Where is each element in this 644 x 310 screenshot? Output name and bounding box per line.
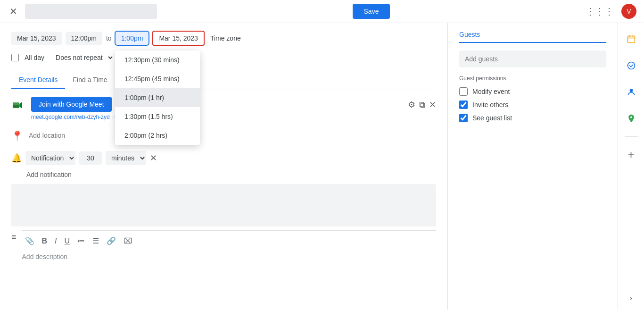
body-area: Mar 15, 2023 12:00pm to 1:00pm Mar 15, 2…	[0, 23, 644, 310]
close-button[interactable]: ✕	[8, 5, 19, 18]
start-date-chip[interactable]: Mar 15, 2023	[11, 32, 62, 45]
sidebar-calendar-icon[interactable]	[623, 31, 640, 48]
invite-others-checkbox[interactable]	[459, 101, 468, 109]
dropdown-scroll: 12:30pm (30 mins) 12:45pm (45 mins) 1:00…	[115, 50, 200, 145]
description-container: ≡ 📎 B I U ≔ ☰ 🔗 ⌧ Add description	[11, 230, 436, 262]
sidebar-add-icon[interactable]: +	[623, 146, 640, 163]
save-button[interactable]: Save	[353, 4, 390, 19]
allday-checkbox[interactable]	[11, 54, 19, 61]
start-time-chip[interactable]: 12:00pm	[66, 32, 102, 45]
bell-icon: 🔔	[11, 153, 22, 163]
see-guest-list-label: See guest list	[472, 114, 512, 122]
options-row: All day Does not repeat	[11, 51, 436, 64]
expand-button[interactable]: ›	[630, 294, 632, 302]
google-apps-icon[interactable]: ⋮⋮⋮	[586, 6, 614, 17]
link-icon[interactable]: 🔗	[104, 235, 119, 247]
attach-icon[interactable]: 📎	[22, 235, 37, 247]
end-time-chip[interactable]: 1:00pm	[116, 32, 149, 45]
invite-others-label: Invite others	[472, 101, 508, 109]
location-input[interactable]	[29, 128, 436, 143]
dropdown-item-2[interactable]: 1:00pm (1 hr)	[115, 88, 200, 107]
unordered-list-icon[interactable]: ☰	[90, 235, 102, 247]
repeat-select[interactable]: Does not repeat	[50, 51, 114, 64]
tab-event-details[interactable]: Event Details	[11, 71, 65, 89]
add-notification-button[interactable]: Add notification	[26, 169, 72, 180]
dropdown-item-4[interactable]: 2:00pm (2 hrs)	[115, 126, 200, 145]
svg-rect-3	[627, 36, 635, 42]
svg-point-8	[629, 89, 633, 92]
timezone-button[interactable]: Time zone	[208, 32, 243, 45]
allday-label: All day	[25, 54, 44, 61]
modify-event-checkbox[interactable]	[459, 87, 468, 96]
settings-icon[interactable]: ⚙	[408, 100, 415, 110]
right-panel: Guests Guest permissions Modify event In…	[448, 23, 618, 310]
bold-icon[interactable]: B	[39, 235, 50, 247]
underline-icon[interactable]: U	[62, 235, 73, 247]
datetime-row: Mar 15, 2023 12:00pm to 1:00pm Mar 15, 2…	[11, 31, 436, 46]
see-guest-list-checkbox[interactable]	[459, 114, 468, 122]
italic-icon[interactable]: I	[52, 235, 59, 247]
right-sidebar: + ›	[618, 23, 644, 310]
guests-header: Guests	[459, 31, 606, 43]
notification-type-select[interactable]: Notification	[25, 151, 75, 165]
left-panel: Mar 15, 2023 12:00pm to 1:00pm Mar 15, 2…	[0, 23, 448, 310]
svg-point-7	[627, 62, 635, 69]
end-date-chip[interactable]: Mar 15, 2023	[152, 31, 205, 46]
location-icon: 📍	[11, 130, 23, 142]
description-section: ≡ 📎 B I U ≔ ☰ 🔗 ⌧ Add description	[11, 184, 436, 262]
meet-section: Join with Google Meet meet.google.com/rw…	[11, 97, 436, 120]
copy-icon[interactable]: ⧉	[419, 100, 425, 110]
toolbar-row: 📎 B I U ≔ ☰ 🔗 ⌧	[22, 230, 436, 251]
tabs-row: Event Details Find a Time	[11, 71, 436, 89]
to-separator: to	[106, 34, 112, 42]
clear-format-icon[interactable]: ⌧	[121, 235, 135, 247]
meet-content: Join with Google Meet meet.google.com/rw…	[31, 97, 436, 120]
location-row: 📍	[11, 128, 436, 143]
dropdown-item-3[interactable]: 1:30pm (1.5 hrs)	[115, 107, 200, 126]
tab-find-a-time[interactable]: Find a Time	[65, 71, 115, 89]
dropdown-item-0[interactable]: 12:30pm (30 mins)	[115, 50, 200, 69]
user-avatar[interactable]: V	[621, 4, 636, 19]
sidebar-divider	[625, 136, 638, 137]
add-guests-input[interactable]	[459, 50, 606, 67]
join-meet-button[interactable]: Join with Google Meet	[31, 97, 112, 112]
header-left: ✕	[8, 4, 157, 19]
description-placeholder[interactable]: Add description	[22, 251, 436, 262]
modify-event-label: Modify event	[472, 88, 510, 95]
sidebar-maps-icon[interactable]	[623, 110, 640, 127]
description-editor: 📎 B I U ≔ ☰ 🔗 ⌧ Add description	[22, 230, 436, 262]
notification-row: 🔔 Notification 30 minutes ✕	[11, 151, 436, 165]
remove-meet-icon[interactable]: ✕	[429, 100, 436, 110]
header-bar: ✕ Save ⋮⋮⋮ V	[0, 0, 644, 23]
align-icon: ≡	[11, 232, 17, 242]
permission-item-modify: Modify event	[459, 87, 606, 96]
description-area	[11, 184, 436, 226]
svg-rect-2	[13, 103, 19, 108]
remove-notification-button[interactable]: ✕	[150, 153, 157, 163]
notification-value-input[interactable]: 30	[79, 151, 102, 165]
sidebar-task-icon[interactable]	[623, 57, 640, 74]
permission-item-invite: Invite others	[459, 101, 606, 109]
sidebar-people-icon[interactable]	[623, 84, 640, 101]
event-title-input[interactable]	[25, 4, 157, 19]
time-dropdown: 12:30pm (30 mins) 12:45pm (45 mins) 1:00…	[115, 50, 200, 145]
video-controls: ⚙ ⧉ ✕	[408, 100, 436, 110]
google-meet-icon	[11, 100, 25, 111]
notification-unit-select[interactable]: minutes	[106, 151, 146, 165]
permission-item-guestlist: See guest list	[459, 114, 606, 122]
ordered-list-icon[interactable]: ≔	[74, 235, 88, 247]
dropdown-item-1[interactable]: 12:45pm (45 mins)	[115, 69, 200, 88]
guest-permissions-label: Guest permissions	[459, 75, 606, 82]
svg-point-9	[630, 116, 632, 118]
